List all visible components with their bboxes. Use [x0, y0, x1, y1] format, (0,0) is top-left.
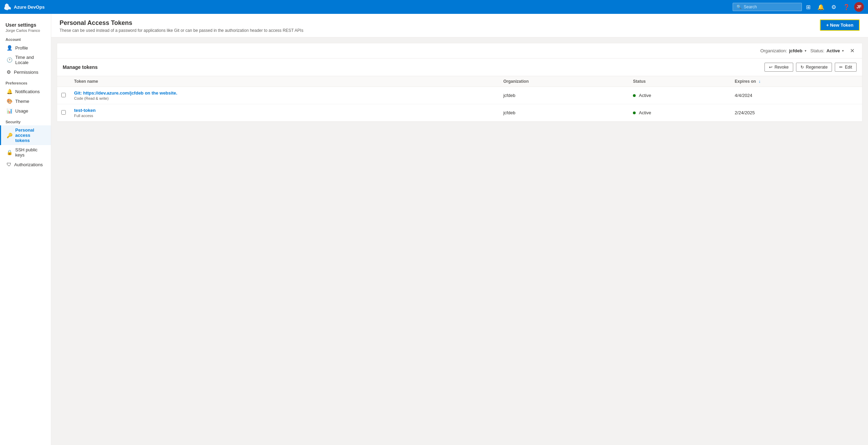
grid-icon-button[interactable]: ⊞: [803, 2, 813, 12]
filter-bar: Organization: jcfdeb ▾ Status: Active ▾ …: [57, 43, 862, 59]
revoke-button[interactable]: ↩ Revoke: [764, 63, 793, 72]
new-token-button[interactable]: + New Token: [820, 19, 860, 31]
sidebar-item-label: Profile: [15, 45, 28, 51]
sidebar-item-authorizations[interactable]: 🛡 Authorizations: [0, 160, 51, 169]
token-org-cell-2: jcfdeb: [499, 104, 629, 122]
token-status-cell-2: Active: [629, 104, 731, 122]
status-filter-label: Status:: [811, 48, 824, 53]
status-text-1: Active: [639, 93, 651, 98]
sort-icon: ↓: [759, 79, 761, 84]
sidebar-item-personal-access-tokens[interactable]: 🔑 Personal access tokens: [0, 125, 51, 145]
expires-on-header[interactable]: Expires on ↓: [731, 76, 862, 87]
token-expires-cell-2: 2/24/2025: [731, 104, 862, 122]
token-scope-2: Full access: [74, 114, 495, 118]
status-filter-value: Active: [826, 48, 840, 53]
table-header: Token name Organization Status Expires o…: [57, 76, 862, 87]
account-section-header: Account: [0, 33, 51, 43]
token-name-cell-1: Git: https://dev.azure.com/jcfdeb on the…: [70, 87, 499, 104]
manage-tokens-header: Manage tokens ↩ Revoke ↻ Regenerate ✏ Ed…: [57, 59, 862, 76]
preferences-section-header: Preferences: [0, 77, 51, 87]
revoke-label: Revoke: [775, 65, 789, 70]
token-scope-1: Code (Read & write): [74, 96, 495, 100]
token-panel: Organization: jcfdeb ▾ Status: Active ▾ …: [57, 43, 862, 122]
token-status-cell-1: Active: [629, 87, 731, 104]
sidebar-item-time-locale[interactable]: 🕐 Time and Locale: [0, 53, 51, 67]
authorizations-icon: 🛡: [7, 162, 11, 167]
token-name-1: Git: https://dev.azure.com/jcfdeb on the…: [74, 90, 495, 96]
sidebar-item-theme[interactable]: 🎨 Theme: [0, 96, 51, 106]
search-placeholder: Search: [744, 5, 757, 9]
bell-icon-button[interactable]: 🔔: [815, 2, 827, 12]
sidebar-item-usage[interactable]: 📊 Usage: [0, 106, 51, 116]
org-chevron-icon: ▾: [805, 49, 806, 53]
usage-icon: 📊: [7, 108, 12, 114]
table-row: Git: https://dev.azure.com/jcfdeb on the…: [57, 87, 862, 104]
manage-tokens-title: Manage tokens: [63, 64, 98, 70]
regenerate-button[interactable]: ↻ Regenerate: [796, 63, 832, 72]
row-checkbox-1[interactable]: [61, 93, 66, 97]
sidebar: User settings Jorge Carlos Franco Accoun…: [0, 14, 51, 445]
permissions-icon: ⚙: [7, 69, 11, 75]
checkbox-cell-1[interactable]: [57, 87, 70, 104]
status-filter[interactable]: Status: Active ▾: [811, 48, 844, 53]
status-dot-1: [633, 94, 636, 97]
sidebar-item-label: Time and Locale: [15, 55, 45, 65]
regenerate-icon: ↻: [800, 65, 804, 70]
sidebar-title: User settings: [6, 22, 45, 28]
top-navigation: Azure DevOps 🔍 Search ⊞ 🔔 ⚙ ❓ JF: [0, 0, 868, 14]
token-name-header: Token name: [70, 76, 499, 87]
sidebar-subtitle: Jorge Carlos Franco: [6, 28, 45, 33]
table-row: test-token Full access jcfdeb Active 2/2…: [57, 104, 862, 122]
status-chevron-icon: ▾: [842, 49, 844, 53]
edit-label: Edit: [845, 65, 852, 70]
personal-access-tokens-icon: 🔑: [7, 133, 12, 138]
sidebar-item-notifications[interactable]: 🔔 Notifications: [0, 87, 51, 96]
azure-devops-logo: [4, 3, 11, 10]
org-filter-value: jcfdeb: [789, 48, 802, 53]
ssh-keys-icon: 🔒: [7, 150, 12, 155]
table-body: Git: https://dev.azure.com/jcfdeb on the…: [57, 87, 862, 122]
sidebar-item-permissions[interactable]: ⚙ Permissions: [0, 67, 51, 77]
org-filter[interactable]: Organization: jcfdeb ▾: [760, 48, 806, 53]
page-title: Personal Access Tokens: [60, 19, 303, 27]
sidebar-item-label: Theme: [15, 99, 29, 104]
sidebar-item-label: Notifications: [15, 89, 40, 94]
organization-header: Organization: [499, 76, 629, 87]
settings-icon-button[interactable]: ⚙: [829, 2, 839, 12]
sidebar-item-label: Personal access tokens: [15, 127, 45, 143]
sidebar-item-label: Permissions: [14, 70, 38, 75]
checkbox-header-cell: [57, 76, 70, 87]
search-box[interactable]: 🔍 Search: [733, 3, 802, 11]
token-expires-cell-1: 4/4/2024: [731, 87, 862, 104]
avatar[interactable]: JF: [854, 2, 864, 12]
nav-left: Azure DevOps: [4, 3, 45, 10]
page-description: These can be used instead of a password …: [60, 28, 303, 33]
main-layout: User settings Jorge Carlos Franco Accoun…: [0, 14, 868, 445]
page-header: Personal Access Tokens These can be used…: [51, 14, 868, 37]
edit-icon: ✏: [839, 65, 843, 70]
notifications-icon: 🔔: [7, 89, 12, 94]
app-name: Azure DevOps: [14, 5, 45, 10]
sidebar-item-ssh-public-keys[interactable]: 🔒 SSH public keys: [0, 145, 51, 160]
tokens-table: Token name Organization Status Expires o…: [57, 76, 862, 122]
filter-close-button[interactable]: ✕: [848, 47, 857, 55]
action-buttons: ↩ Revoke ↻ Regenerate ✏ Edit: [764, 63, 857, 72]
org-filter-label: Organization:: [760, 48, 787, 53]
status-text-2: Active: [639, 110, 651, 115]
security-section-header: Security: [0, 116, 51, 125]
edit-button[interactable]: ✏ Edit: [835, 63, 857, 72]
sidebar-item-label: Usage: [15, 108, 28, 114]
help-icon-button[interactable]: ❓: [840, 2, 853, 12]
sidebar-item-label: Authorizations: [14, 162, 43, 167]
nav-right: 🔍 Search ⊞ 🔔 ⚙ ❓ JF: [733, 2, 864, 12]
time-locale-icon: 🕐: [7, 57, 12, 63]
theme-icon: 🎨: [7, 98, 12, 104]
checkbox-cell-2[interactable]: [57, 104, 70, 122]
revoke-icon: ↩: [769, 65, 772, 70]
profile-icon: 👤: [7, 45, 12, 51]
regenerate-label: Regenerate: [806, 65, 828, 70]
token-name-2: test-token: [74, 108, 495, 113]
row-checkbox-2[interactable]: [61, 110, 66, 115]
sidebar-item-profile[interactable]: 👤 Profile: [0, 43, 51, 53]
token-name-cell-2: test-token Full access: [70, 104, 499, 122]
